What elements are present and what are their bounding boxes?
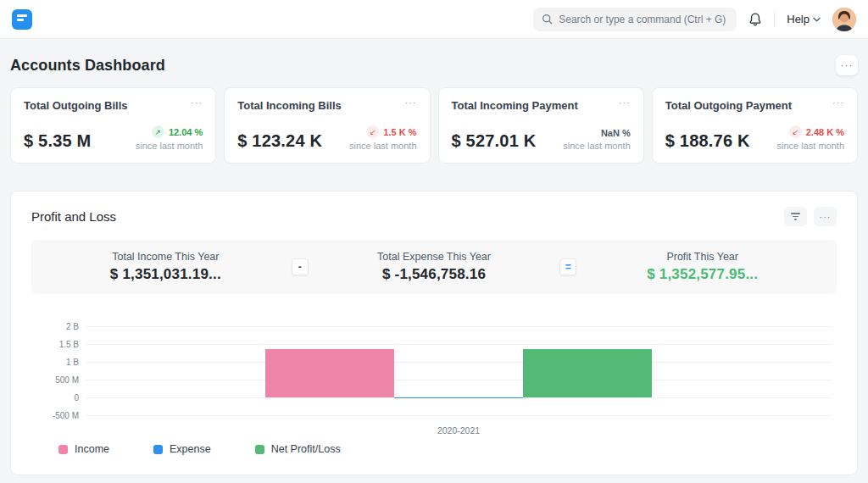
help-menu[interactable]: Help	[787, 13, 821, 25]
card-title: Total Outgoing Payment	[665, 99, 792, 112]
legend-item-income[interactable]: Income	[58, 443, 109, 455]
page-menu-button[interactable]: ···	[836, 55, 858, 75]
card-note: since last month	[349, 141, 416, 151]
search-icon	[542, 14, 553, 25]
page-header: Accounts Dashboard ···	[0, 39, 868, 87]
legend-item-net-profit[interactable]: Net Profit/Loss	[255, 443, 341, 455]
card-note: since last month	[136, 141, 203, 151]
search-placeholder: Search or type a command (Ctrl + G)	[559, 14, 726, 25]
stat-card-total-incoming-payment: Total Incoming Payment ··· $ 527.01 K Na…	[438, 87, 644, 164]
help-label: Help	[787, 13, 810, 25]
stat-card-total-incoming-bills: Total Incoming Bills ··· $ 123.24 K ↙ 1.…	[224, 87, 430, 164]
filter-button[interactable]	[784, 207, 807, 226]
gridline	[86, 380, 832, 380]
equals-operator-icon: =	[559, 258, 576, 275]
summary-income: Total Income This Year $ 1,351,031.19...	[40, 251, 292, 283]
legend-label: Income	[75, 443, 109, 455]
profit-loss-chart: 2 B1.5 B1 B500 M0-500 M2020-2021	[31, 313, 837, 438]
card-value: $ 188.76 K	[665, 131, 750, 151]
summary-expense: Total Expense This Year $ -1,546,758.16	[309, 251, 560, 283]
trend-down-icon: ↙	[789, 125, 802, 138]
legend-label: Net Profit/Loss	[271, 443, 341, 455]
app-logo-icon	[16, 14, 28, 25]
navbar-divider	[774, 12, 775, 27]
card-menu-button[interactable]: ···	[832, 99, 844, 106]
net-profit-legend-marker	[255, 445, 264, 454]
summary-income-value: $ 1,351,031.19...	[40, 266, 292, 283]
gridline	[86, 344, 832, 345]
y-axis-tick: -500 M	[31, 411, 79, 420]
chevron-down-icon	[813, 17, 821, 22]
y-axis-tick: 2 B	[31, 322, 79, 331]
card-value: $ 123.24 K	[237, 131, 322, 151]
card-menu-button[interactable]: ···	[619, 99, 631, 106]
income-legend-marker	[58, 445, 68, 454]
card-change: NaN %	[601, 128, 631, 138]
bar-expense[interactable]	[394, 397, 523, 398]
avatar-image	[832, 8, 856, 31]
bar-income[interactable]	[265, 349, 394, 397]
main-content: Accounts Dashboard ··· Total Outgoing Bi…	[0, 39, 868, 475]
card-change: 12.04 %	[169, 127, 203, 137]
card-title: Total Incoming Bills	[237, 99, 342, 112]
card-value: $ 527.01 K	[452, 131, 537, 151]
card-change: 2.48 K %	[806, 127, 844, 137]
summary-profit: Profit This Year $ 1,352,577.95...	[576, 251, 828, 283]
card-title: Total Incoming Payment	[452, 99, 578, 112]
chart-menu-button[interactable]: ···	[814, 207, 837, 226]
stat-card-total-outgoing-bills: Total Outgoing Bills ··· $ 5.35 M ↗ 12.0…	[10, 87, 216, 164]
profit-loss-title: Profit and Loss	[31, 209, 116, 224]
profit-loss-card: Profit and Loss ··· Total Income This Ye…	[10, 191, 858, 475]
expense-legend-marker	[153, 445, 163, 454]
user-avatar[interactable]	[832, 8, 856, 31]
summary-expense-label: Total Expense This Year	[309, 251, 560, 263]
y-axis-tick: 1 B	[31, 358, 79, 367]
minus-operator-icon: -	[292, 258, 309, 275]
card-value: $ 5.35 M	[24, 131, 91, 151]
stat-card-total-outgoing-payment: Total Outgoing Payment ··· $ 188.76 K ↙ …	[652, 87, 858, 164]
x-axis-label: 2020-2021	[437, 425, 480, 436]
legend-item-expense[interactable]: Expense	[153, 443, 211, 455]
gridline	[86, 326, 832, 327]
card-menu-button[interactable]: ···	[405, 99, 417, 106]
bar-net-profit-loss[interactable]	[523, 349, 652, 397]
summary-profit-label: Profit This Year	[576, 251, 828, 263]
top-navbar: Search or type a command (Ctrl + G) Help	[0, 0, 868, 39]
summary-income-label: Total Income This Year	[40, 251, 292, 263]
profit-loss-summary: Total Income This Year $ 1,351,031.19...…	[31, 240, 837, 294]
trend-up-icon: ↗	[152, 125, 164, 138]
summary-expense-value: $ -1,546,758.16	[309, 266, 560, 283]
legend-label: Expense	[170, 443, 211, 455]
filter-icon	[791, 213, 800, 220]
chart-legend: Income Expense Net Profit/Loss	[31, 438, 837, 460]
trend-down-icon: ↙	[366, 125, 379, 138]
y-axis-tick: 1.5 B	[31, 340, 79, 349]
card-title: Total Outgoing Bills	[24, 99, 128, 112]
app-logo[interactable]	[12, 9, 32, 30]
page-title: Accounts Dashboard	[10, 57, 165, 75]
card-note: since last month	[777, 141, 844, 151]
gridline	[86, 415, 832, 416]
search-input[interactable]: Search or type a command (Ctrl + G)	[533, 8, 737, 31]
card-menu-button[interactable]: ···	[191, 99, 203, 106]
notifications-button[interactable]	[748, 12, 762, 26]
stat-cards-row: Total Outgoing Bills ··· $ 5.35 M ↗ 12.0…	[0, 87, 868, 164]
bell-icon	[748, 12, 762, 26]
y-axis-tick: 500 M	[31, 375, 79, 385]
gridline	[86, 362, 832, 363]
summary-profit-value: $ 1,352,577.95...	[576, 266, 828, 283]
card-change: 1.5 K %	[383, 127, 416, 137]
card-note: since last month	[563, 141, 630, 151]
y-axis-tick: 0	[31, 393, 79, 402]
